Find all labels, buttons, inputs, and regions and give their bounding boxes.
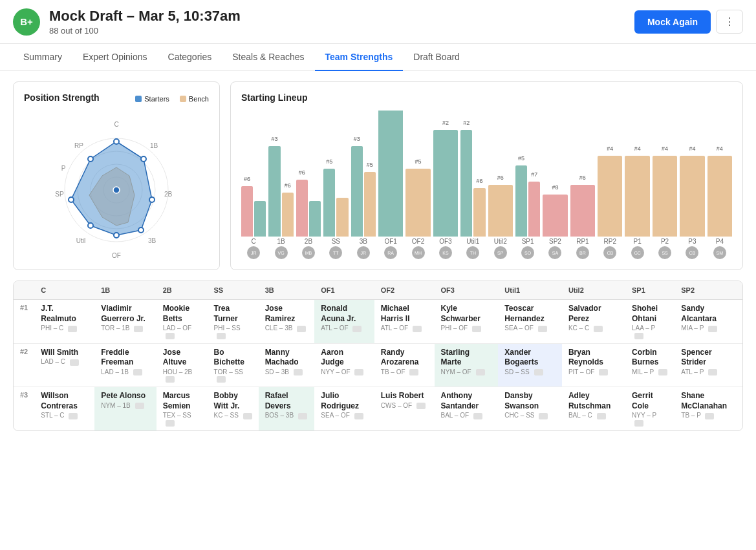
- player-icon: [476, 369, 485, 375]
- cell-r2-SS: Bo Bichette TOR – SS: [208, 343, 259, 387]
- cell-r3-SS: Bobby Witt Jr. KC – SS: [208, 387, 259, 430]
- radar-svg: C 1B 2B 3B OF Util SP RP P: [32, 116, 200, 258]
- legend-starters: Starters: [135, 95, 169, 103]
- tab-categories[interactable]: Categories: [158, 44, 222, 71]
- row-num-1: #1: [14, 300, 34, 344]
- bar-P3: #4 P3 CB: [680, 156, 704, 259]
- cell-r2-1B: Freddie Freeman LAD – 1B: [94, 343, 157, 387]
- svg-text:3B: 3B: [148, 237, 157, 244]
- bar-C: #6 C JR: [241, 186, 266, 259]
- svg-point-19: [114, 233, 119, 238]
- bar-Util2: #6 Util2 SP: [488, 185, 513, 259]
- player-icon: [70, 359, 79, 366]
- player-icon: [473, 413, 482, 419]
- col-num: [14, 281, 34, 300]
- col-header-C: C: [34, 281, 94, 300]
- cell-r2-OF2: Randy Arozarena TB – OF: [374, 343, 435, 387]
- player-icon: [539, 413, 548, 419]
- draft-score: 88 out of 100: [49, 26, 634, 36]
- cell-r1-2B: Mookie Betts LAD – OF: [157, 300, 208, 344]
- tab-draft-board[interactable]: Draft Board: [403, 44, 470, 71]
- cell-r2-SP2: Spencer Strider ATL – P: [675, 343, 742, 387]
- cell-r1-3B: Jose Ramirez CLE – 3B: [259, 300, 315, 344]
- player-icon: [599, 369, 608, 375]
- more-options-button[interactable]: ⋮: [716, 10, 743, 34]
- bar-chart: #6 C JR #3 #6: [241, 111, 732, 259]
- player-icon: [538, 326, 547, 332]
- player-icon: [354, 369, 363, 375]
- svg-point-15: [114, 139, 119, 144]
- player-icon: [68, 326, 77, 332]
- tab-team-strengths[interactable]: Team Strengths: [315, 44, 404, 71]
- header-actions: Mock Again ⋮: [634, 10, 743, 34]
- col-header-Util1: Util1: [498, 281, 562, 300]
- cell-r1-SP1: Shohei Ohtani LAA – P: [625, 300, 675, 344]
- player-icon: [658, 369, 667, 375]
- cell-r1-Util2: Salvador Perez KC – C: [562, 300, 625, 344]
- bar-2B: #6 2B MB: [296, 180, 321, 259]
- nav-tabs: Summary Expert Opinions Categories Steal…: [0, 44, 756, 71]
- player-icon: [297, 326, 306, 332]
- svg-point-17: [149, 197, 155, 202]
- cell-r1-SS: Trea Turner PHI – SS: [208, 300, 259, 344]
- svg-text:C: C: [114, 121, 118, 128]
- table-row: #3 Willson Contreras STL – C Pete Alonso…: [14, 387, 742, 430]
- header: B+ Mock Draft – Mar 5, 10:37am 88 out of…: [0, 0, 756, 44]
- bar-P1: #4 P1 GC: [625, 156, 649, 259]
- logo: B+: [13, 8, 40, 36]
- bar-SP2: #8 SP2 SA: [543, 195, 567, 259]
- svg-text:P: P: [61, 165, 66, 172]
- player-icon: [166, 376, 175, 383]
- player-icon: [708, 326, 717, 332]
- cell-r3-C: Willson Contreras STL – C: [34, 387, 94, 430]
- tab-steals-reaches[interactable]: Steals & Reaches: [222, 44, 314, 71]
- player-icon: [634, 420, 643, 427]
- bar-P2: #4 P2 SS: [653, 156, 677, 259]
- mock-again-button[interactable]: Mock Again: [634, 10, 711, 34]
- cell-r3-SP1: Gerrit Cole NYY – P: [625, 387, 675, 430]
- player-table: C 1B 2B SS 3B OF1 OF2 OF3 Util1 Util2 SP…: [13, 280, 743, 431]
- cell-r1-OF2: Michael Harris II ATL – OF: [374, 300, 435, 344]
- player-icon: [534, 369, 543, 375]
- tab-expert-opinions[interactable]: Expert Opinions: [72, 44, 158, 71]
- row-num-2: #2: [14, 343, 34, 387]
- player-icon: [416, 403, 426, 409]
- cell-r3-3B: Rafael Devers BOS – 3B: [259, 387, 315, 430]
- table-body: #1 J.T. Realmuto PHI – C Vladimir Guerre…: [14, 300, 742, 430]
- cell-r3-OF1: Julio Rodriguez SEA – OF: [314, 387, 374, 430]
- cell-r2-OF1: Aaron Judge NYY – OF: [314, 343, 374, 387]
- player-icon: [217, 376, 226, 383]
- bar-3B: #3 #5 3B JR: [351, 146, 376, 259]
- cell-r3-2B: Marcus Semien TEX – SS: [157, 387, 208, 430]
- svg-marker-14: [71, 142, 152, 235]
- bar-SP1: #5 #7 SP1 SO: [515, 165, 540, 259]
- legend-bench: Bench: [180, 95, 209, 103]
- cell-r3-SP2: Shane McClanahan TB – P: [675, 387, 742, 430]
- svg-point-18: [138, 227, 144, 233]
- starting-lineup-card: Starting Lineup #6 C JR: [230, 81, 743, 270]
- header-title: Mock Draft – Mar 5, 10:37am 88 out of 10…: [49, 8, 634, 36]
- cell-r1-OF3: Kyle Schwarber PHI – OF: [435, 300, 499, 344]
- cell-r2-Util1: Xander Bogaerts SD – SS: [498, 343, 562, 387]
- svg-text:Util: Util: [76, 237, 85, 244]
- tab-summary[interactable]: Summary: [13, 44, 72, 71]
- cell-r2-C: Will Smith LAD – C: [34, 343, 94, 387]
- main-content: Position Strength Starters Bench: [0, 71, 756, 441]
- player-icon: [634, 333, 643, 339]
- position-strength-card: Position Strength Starters Bench: [13, 81, 220, 270]
- player-icon: [594, 326, 603, 332]
- bench-dot: [180, 96, 186, 102]
- player-icon: [352, 326, 362, 332]
- col-header-SS: SS: [208, 281, 259, 300]
- svg-text:RP: RP: [74, 142, 83, 149]
- bar-OF2: #5 OF2 MH: [405, 169, 430, 259]
- col-header-3B: 3B: [259, 281, 315, 300]
- charts-row: Position Strength Starters Bench: [13, 81, 743, 270]
- table-header-row: C 1B 2B SS 3B OF1 OF2 OF3 Util1 Util2 SP…: [14, 281, 742, 300]
- bar-OF3: #2 OF3 KS: [433, 130, 458, 259]
- player-icon: [298, 413, 307, 419]
- bar-RP1: #6 RP1 BR: [570, 185, 595, 259]
- starters-label: Starters: [144, 95, 169, 103]
- radar-chart: C 1B 2B 3B OF Util SP RP P: [32, 116, 200, 258]
- cell-r1-OF1: Ronald Acuna Jr. ATL – OF: [314, 300, 374, 344]
